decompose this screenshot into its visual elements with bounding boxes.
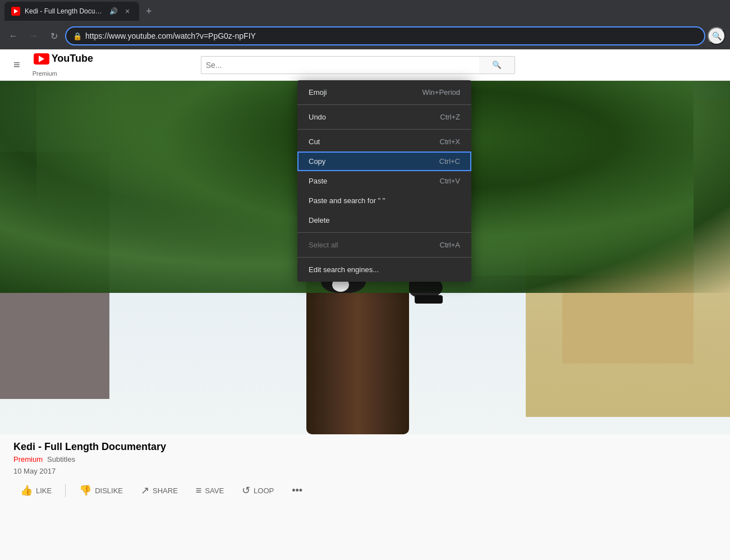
yt-logo-text: YouTube xyxy=(52,53,93,65)
video-badges: Premium Subtitles xyxy=(13,455,717,463)
more-button[interactable]: ••• xyxy=(285,480,309,501)
context-menu: Emoji Win+Period Undo Ctrl+Z Cut Ctrl+X … xyxy=(297,80,471,282)
yt-search-container: 🔍 xyxy=(201,56,515,74)
share-label: SHARE xyxy=(153,486,178,495)
share-button[interactable]: ↗ SHARE xyxy=(134,480,185,501)
reload-icon: ↻ xyxy=(50,31,58,42)
nav-bar: ← → ↻ 🔒 https://www.youtube.com/watch?v=… xyxy=(0,22,730,49)
dislike-label: DISLIKE xyxy=(95,486,123,495)
save-button[interactable]: ≡ SAVE xyxy=(189,480,231,501)
tab-close-button[interactable]: × xyxy=(122,6,132,16)
security-icon: 🔒 xyxy=(73,32,82,40)
ctx-emoji-label: Emoji xyxy=(309,88,327,97)
save-icon: ≡ xyxy=(196,485,202,497)
ctx-paste-label: Paste xyxy=(309,177,327,185)
yt-search-icon: 🔍 xyxy=(492,61,502,69)
save-label: SAVE xyxy=(205,486,224,495)
ctx-select-all-shortcut: Ctrl+A xyxy=(440,241,460,249)
ctx-delete-item[interactable]: Delete xyxy=(297,210,471,230)
ctx-paste-search-label: Paste and search for " " xyxy=(309,196,385,205)
forward-button[interactable]: → xyxy=(25,27,43,45)
tab-title: Kedi - Full Length Document... xyxy=(25,7,104,15)
ctx-paste-item[interactable]: Paste Ctrl+V xyxy=(297,171,471,191)
reload-button[interactable]: ↻ xyxy=(45,27,63,45)
back-icon: ← xyxy=(9,31,18,41)
hamburger-menu-button[interactable]: ≡ xyxy=(9,54,25,76)
address-text[interactable]: https://www.youtube.com/watch?v=PpG0z-np… xyxy=(85,31,697,40)
dislike-icon: 👎 xyxy=(79,484,91,497)
ctx-paste-search-item[interactable]: Paste and search for " " xyxy=(297,191,471,210)
browser-search-icon: 🔍 xyxy=(712,31,722,40)
ctx-undo-item[interactable]: Undo Ctrl+Z xyxy=(297,107,471,127)
badge-premium[interactable]: Premium xyxy=(13,455,43,463)
ctx-paste-shortcut: Ctrl+V xyxy=(440,177,460,185)
ctx-cut-shortcut: Ctrl+X xyxy=(440,137,460,146)
action-separator-1 xyxy=(65,484,66,497)
yt-header: ≡ YouTube Premium 🔍 xyxy=(0,49,730,81)
yt-logo: YouTube Premium xyxy=(34,53,93,77)
like-button[interactable]: 👍 LIKE xyxy=(13,480,58,501)
share-icon: ↗ xyxy=(141,484,149,497)
yt-logo-icon xyxy=(34,53,49,65)
ctx-copy-label: Copy xyxy=(309,157,325,166)
ctx-separator-3 xyxy=(297,232,471,233)
ctx-undo-shortcut: Ctrl+Z xyxy=(440,113,460,121)
ctx-cut-label: Cut xyxy=(309,137,320,146)
dislike-button[interactable]: 👎 DISLIKE xyxy=(72,480,130,501)
ctx-copy-shortcut: Ctrl+C xyxy=(439,157,460,166)
ctx-emoji-shortcut: Win+Period xyxy=(422,88,460,97)
new-tab-button[interactable]: + xyxy=(141,3,157,20)
ctx-delete-label: Delete xyxy=(309,216,330,224)
ctx-select-all-label: Select all xyxy=(309,241,338,249)
loop-label: LOOP xyxy=(254,486,274,495)
like-label: LIKE xyxy=(36,486,52,495)
address-bar: 🔒 https://www.youtube.com/watch?v=PpG0z-… xyxy=(65,26,705,45)
yt-search-button[interactable]: 🔍 xyxy=(479,56,515,74)
browser-search-button[interactable]: 🔍 xyxy=(708,27,726,45)
yt-search-input[interactable] xyxy=(201,56,479,74)
browser-chrome: Kedi - Full Length Document... 🔊 × + ← →… xyxy=(0,0,730,49)
tab-audio-icon: 🔊 xyxy=(109,7,118,15)
active-tab: Kedi - Full Length Document... 🔊 × xyxy=(4,2,139,21)
yt-premium-label: Premium xyxy=(33,70,57,77)
ctx-select-all-item[interactable]: Select all Ctrl+A xyxy=(297,235,471,255)
like-icon: 👍 xyxy=(20,484,33,497)
video-actions: 👍 LIKE 👎 DISLIKE ↗ SHARE ≡ SAVE ↺ xyxy=(13,480,717,501)
ctx-emoji-item[interactable]: Emoji Win+Period xyxy=(297,82,471,102)
ctx-undo-label: Undo xyxy=(309,113,326,121)
loop-button[interactable]: ↺ LOOP xyxy=(235,480,281,501)
forward-icon: → xyxy=(29,31,38,41)
ctx-separator-1 xyxy=(297,104,471,105)
ctx-edit-search-item[interactable]: Edit search engines... xyxy=(297,260,471,279)
back-button[interactable]: ← xyxy=(4,27,22,45)
ctx-separator-2 xyxy=(297,129,471,130)
tab-bar: Kedi - Full Length Document... 🔊 × + xyxy=(0,0,730,22)
youtube-page: ≡ YouTube Premium 🔍 xyxy=(0,49,730,560)
badge-subtitles: Subtitles xyxy=(47,455,75,463)
ctx-copy-item[interactable]: Copy Ctrl+C xyxy=(297,152,471,171)
video-date: 10 May 2017 xyxy=(13,467,717,475)
video-title: Kedi - Full Length Documentary xyxy=(13,441,717,453)
video-info: Kedi - Full Length Documentary Premium S… xyxy=(0,434,730,508)
tab-favicon xyxy=(11,7,20,16)
more-icon: ••• xyxy=(292,485,302,497)
ctx-edit-search-label: Edit search engines... xyxy=(309,265,379,274)
ctx-cut-item[interactable]: Cut Ctrl+X xyxy=(297,132,471,152)
loop-icon: ↺ xyxy=(242,484,250,497)
ctx-separator-4 xyxy=(297,257,471,258)
